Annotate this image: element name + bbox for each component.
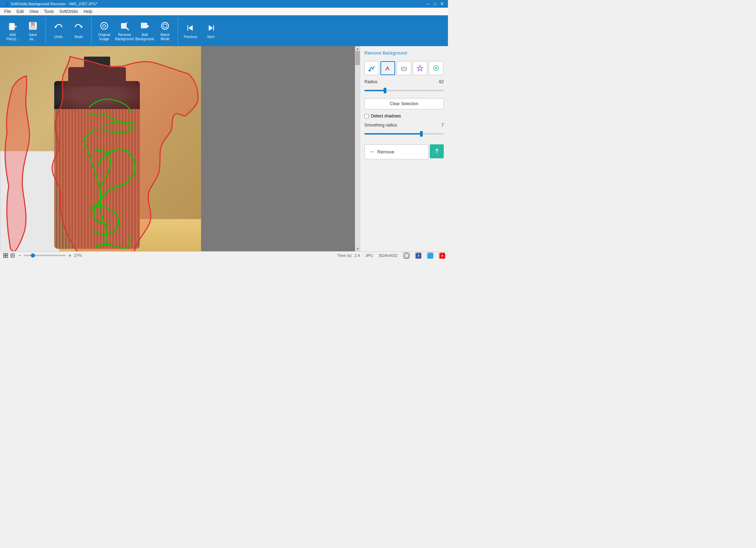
erase-brush-button[interactable]: [397, 61, 411, 75]
svg-line-10: [126, 27, 129, 30]
batch-mode-button[interactable]: BatchMode: [155, 17, 175, 44]
tool-buttons-group: [364, 61, 444, 75]
keep-brush-button[interactable]: [364, 61, 379, 75]
image-display: [0, 46, 201, 251]
save-as-button[interactable]: Saveas...: [23, 17, 43, 44]
magic-keep-button[interactable]: [429, 61, 443, 75]
scroll-thumb[interactable]: [355, 51, 360, 65]
svg-rect-27: [6, 256, 8, 258]
remove-arrow-icon: →: [368, 148, 375, 156]
info-button[interactable]: i: [403, 252, 409, 259]
radius-slider-track[interactable]: [364, 90, 444, 91]
toolbar-edit-group: Undo Redo: [49, 17, 92, 45]
svg-rect-25: [6, 253, 8, 255]
title-bar-left: 🔵 SoftOrbits Background Remover - IMG_23…: [3, 1, 97, 7]
toolbar-file-group: AddFile(s)... Saveas...: [3, 17, 46, 45]
svg-marker-17: [209, 25, 213, 31]
undo-button[interactable]: Undo: [49, 17, 68, 44]
smoothing-radius-label: Smoothing radius: [364, 123, 397, 128]
add-files-button[interactable]: AddFile(s)...: [3, 17, 22, 44]
maximize-button[interactable]: □: [432, 1, 438, 7]
previous-icon: [185, 22, 196, 34]
menu-softorbits[interactable]: SoftOrbits: [57, 8, 81, 15]
remove-button[interactable]: → Remove: [364, 144, 428, 159]
close-button[interactable]: ✕: [439, 1, 445, 7]
toolbar-nav-group: Previous Next: [181, 17, 223, 45]
scroll-down-arrow[interactable]: ▼: [355, 246, 360, 251]
share-youtube-button[interactable]: [439, 252, 445, 259]
image-dimensions: 3024x4032: [379, 253, 398, 258]
right-panel: Remove Background Radius 62: [360, 46, 448, 251]
menu-view[interactable]: View: [27, 8, 41, 15]
svg-rect-24: [3, 253, 5, 255]
next-icon: [205, 22, 216, 34]
svg-rect-11: [141, 23, 147, 28]
filter-body: [54, 102, 140, 249]
svg-rect-0: [9, 23, 15, 30]
next-button[interactable]: Next: [201, 17, 221, 44]
menu-bar: File Edit View Tools SoftOrbits Help: [0, 8, 448, 15]
zoom-in-button[interactable]: +: [67, 253, 73, 258]
zoom-slider-thumb[interactable]: [31, 253, 35, 258]
menu-edit[interactable]: Edit: [14, 8, 27, 15]
svg-point-14: [162, 22, 169, 29]
box-left: [0, 151, 59, 251]
svg-marker-15: [188, 25, 193, 31]
detect-shadows-row: Detect shadows: [364, 114, 444, 118]
batch-mode-icon: [159, 20, 171, 31]
status-bar: − + 27% Time (s): 2.4 JPG 3024x4032 i f …: [0, 251, 448, 259]
time-label-text: Time (s): 2.4: [337, 253, 360, 258]
previous-button[interactable]: Previous: [181, 17, 200, 44]
actual-size-button[interactable]: [10, 253, 15, 258]
add-background-icon: [139, 20, 150, 31]
radius-slider-thumb[interactable]: [384, 88, 386, 93]
share-facebook-button[interactable]: f: [415, 252, 421, 259]
svg-text:i: i: [406, 254, 407, 258]
menu-help[interactable]: Help: [81, 8, 95, 15]
detect-shadows-checkbox[interactable]: [364, 114, 369, 118]
smoothing-radius-slider-track[interactable]: [364, 133, 444, 135]
remove-brush-button[interactable]: [380, 61, 395, 75]
smoothing-radius-slider-thumb[interactable]: [420, 131, 423, 137]
add-files-icon: [7, 20, 18, 31]
zoom-slider[interactable]: [24, 255, 66, 256]
radius-slider-fill: [364, 90, 385, 91]
smoothing-radius-slider-fill: [364, 133, 421, 135]
remove-button-label: Remove: [377, 149, 394, 154]
help-button[interactable]: ?: [430, 144, 444, 158]
fit-to-window-button[interactable]: [3, 253, 8, 258]
scroll-up-arrow[interactable]: ▲: [355, 46, 360, 51]
redo-icon: [73, 22, 84, 34]
magic-remove-button[interactable]: [413, 61, 427, 75]
zoom-percent: 27%: [74, 253, 82, 258]
filter-nozzle: [84, 57, 110, 71]
radius-value: 62: [433, 79, 444, 84]
original-image-button[interactable]: OriginalImage: [94, 17, 114, 44]
clear-selection-button[interactable]: Clear Selection: [364, 98, 444, 109]
file-format: JPG: [365, 253, 373, 258]
canvas-area[interactable]: [0, 46, 355, 251]
svg-rect-26: [3, 256, 5, 258]
menu-tools[interactable]: Tools: [41, 8, 57, 15]
zoom-out-button[interactable]: −: [17, 253, 22, 258]
original-image-icon: [99, 20, 110, 31]
radius-label: Radius: [364, 79, 377, 84]
remove-btn-container: → Remove ?: [364, 144, 444, 159]
vertical-scrollbar[interactable]: ▲ ▼: [355, 46, 360, 251]
minimize-button[interactable]: ─: [425, 1, 431, 7]
undo-icon: [53, 22, 64, 34]
detect-shadows-label[interactable]: Detect shadows: [371, 114, 401, 118]
svg-text:🐦: 🐦: [429, 254, 433, 258]
svg-rect-5: [30, 26, 35, 29]
redo-button[interactable]: Redo: [69, 17, 88, 44]
menu-file[interactable]: File: [1, 8, 14, 15]
share-twitter-button[interactable]: 🐦: [427, 252, 433, 259]
save-as-icon: [27, 20, 38, 31]
add-background-button[interactable]: AddBackground: [135, 17, 155, 44]
svg-point-8: [101, 22, 108, 29]
remove-background-button[interactable]: RemoveBackground: [115, 17, 134, 44]
title-bar: 🔵 SoftOrbits Background Remover - IMG_23…: [0, 0, 448, 8]
svg-rect-19: [369, 70, 371, 71]
main-content: ▲ ▼ Remove Background Radius: [0, 46, 448, 251]
radius-row: Radius 62: [364, 79, 444, 84]
